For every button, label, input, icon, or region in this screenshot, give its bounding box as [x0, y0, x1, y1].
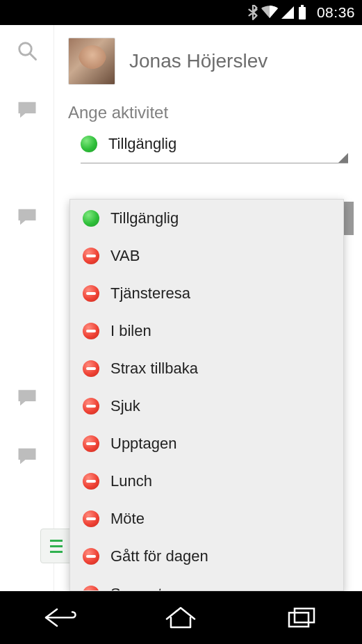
status-option[interactable]: Möte	[70, 500, 343, 538]
status-option-label: Semester	[110, 585, 176, 590]
status-selected-label: Tillgänglig	[108, 135, 176, 153]
status-option[interactable]: Upptagen	[70, 425, 343, 462]
status-dot-icon	[83, 586, 99, 590]
back-icon	[42, 605, 79, 630]
status-icons	[247, 5, 307, 20]
chat-icon	[17, 388, 38, 408]
sidebar-item-chat-3[interactable]	[0, 388, 54, 408]
status-dot-icon	[83, 473, 99, 490]
status-dot-icon	[83, 435, 99, 452]
user-name: Jonas Höjerslev	[129, 50, 268, 72]
chat-icon	[17, 446, 38, 466]
status-dot-icon	[83, 323, 99, 339]
status-option-label: Sjuk	[110, 397, 140, 415]
wifi-icon	[261, 6, 278, 19]
status-dot-icon	[83, 548, 99, 565]
svg-rect-5	[295, 609, 314, 622]
status-time: 08:36	[317, 4, 355, 21]
home-button[interactable]	[156, 600, 205, 635]
back-button[interactable]	[36, 600, 85, 635]
status-option[interactable]: I bilen	[70, 312, 343, 350]
svg-line-3	[29, 54, 35, 60]
status-dot-icon	[83, 285, 99, 302]
status-option-label: Tillgänglig	[110, 209, 179, 227]
status-dot-icon	[83, 398, 99, 414]
sidebar-item-chat-4[interactable]	[0, 446, 54, 466]
bluetooth-icon	[247, 5, 258, 20]
svg-rect-1	[301, 5, 304, 7]
status-option-label: VAB	[110, 247, 140, 265]
section-title: Ange aktivitet	[68, 103, 348, 122]
status-option[interactable]: Tjänsteresa	[70, 275, 343, 312]
status-selector[interactable]: Tillgänglig	[81, 135, 348, 163]
sidebar-item-chat-1[interactable]	[0, 100, 54, 120]
svg-rect-4	[289, 613, 308, 627]
profile-header: Jonas Höjerslev	[68, 38, 348, 85]
status-option[interactable]: Lunch	[70, 462, 343, 500]
home-icon	[164, 605, 197, 630]
status-option-label: Tjänsteresa	[110, 284, 190, 303]
status-option[interactable]: VAB	[70, 237, 343, 275]
chat-icon	[17, 207, 38, 227]
svg-rect-0	[299, 7, 306, 19]
nav-bar	[0, 591, 362, 644]
status-dropdown-list: TillgängligVABTjänsteresaI bilenStrax ti…	[70, 200, 343, 590]
search-button[interactable]	[0, 40, 54, 61]
chat-icon	[17, 100, 38, 120]
status-dot-icon	[83, 360, 99, 377]
battery-icon	[297, 5, 307, 20]
status-option-label: Möte	[110, 510, 145, 528]
recent-apps-icon	[286, 606, 317, 629]
avatar[interactable]	[68, 38, 115, 85]
status-option[interactable]: Semester	[70, 575, 343, 590]
status-dot-icon	[81, 136, 97, 152]
signal-icon	[281, 6, 295, 19]
search-icon	[17, 40, 38, 61]
status-option-label: Lunch	[110, 472, 152, 490]
status-option[interactable]: Sjuk	[70, 387, 343, 425]
recent-button[interactable]	[277, 600, 326, 635]
status-option-label: Gått för dagen	[110, 547, 208, 565]
status-dot-icon	[83, 510, 99, 527]
status-dot-icon	[83, 210, 99, 227]
status-option[interactable]: Tillgänglig	[70, 200, 343, 237]
sidebar-item-chat-2[interactable]	[0, 207, 54, 227]
status-option-label: I bilen	[110, 322, 151, 340]
status-dropdown: TillgängligVABTjänsteresaI bilenStrax ti…	[69, 199, 344, 591]
dropdown-indicator-icon	[338, 153, 348, 163]
status-option-label: Upptagen	[110, 435, 176, 453]
status-dot-icon	[83, 248, 99, 264]
status-option-label: Strax tillbaka	[110, 360, 198, 378]
status-bar: 08:36	[0, 0, 362, 25]
status-option[interactable]: Strax tillbaka	[70, 350, 343, 387]
status-option[interactable]: Gått för dagen	[70, 538, 343, 575]
left-rail	[0, 25, 54, 591]
